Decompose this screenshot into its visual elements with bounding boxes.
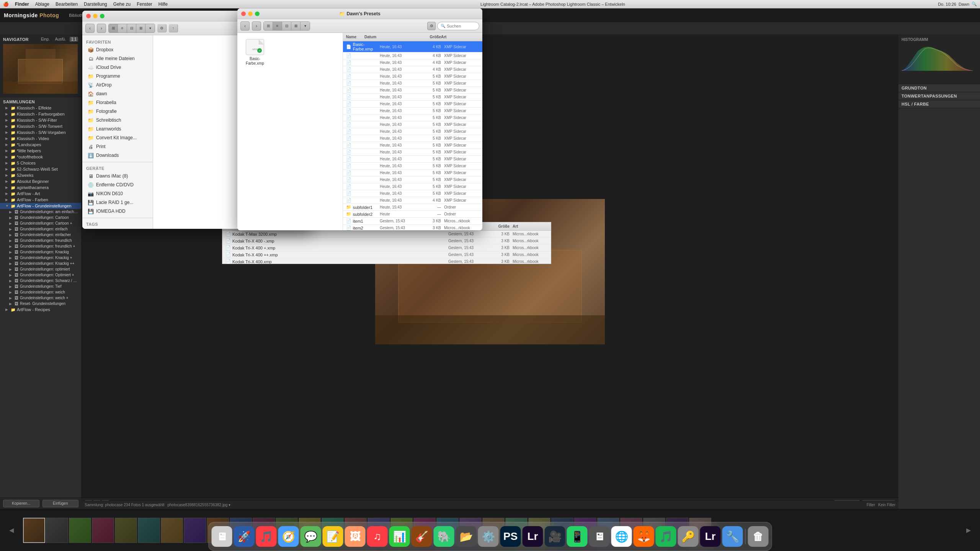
collection-item[interactable]: ▶🖼Grundeinstellungen: Knackig ++ [0, 261, 81, 266]
finder-column-view[interactable]: ⊟ [127, 24, 136, 33]
dawns-list-row[interactable]: 📁subfolder1Heute, 15:43—Ordner [343, 204, 482, 211]
finder-icon-view[interactable]: ⊞ [109, 24, 118, 33]
dawns-max-btn[interactable] [255, 11, 260, 16]
finder-favorite-item[interactable]: 📁Learnworlds [84, 125, 151, 133]
dock-icon-launchpad[interactable]: 🚀 [234, 526, 255, 547]
dawns-list-row[interactable]: 📄Heute, 16:435 KBXMP Sidecar [343, 94, 482, 101]
finder-sort-btn[interactable]: ▾ [145, 24, 155, 33]
ablage-menu[interactable]: Ablage [35, 2, 49, 7]
collection-item[interactable]: ▶🖼Grundeinstellungen: freundlich [0, 238, 81, 243]
finder-device-item[interactable]: 💾IOMEGA HDD [84, 207, 151, 215]
tonkurve-header[interactable]: Tonwertanpassungen [898, 92, 980, 100]
bearbeiten-menu[interactable]: Bearbeiten [56, 2, 78, 7]
dawns-list-row[interactable]: 📄Heute, 16:434 KBXMP Sidecar [343, 59, 482, 66]
finder-favorite-item[interactable]: 📦Dropbox [84, 46, 151, 54]
dawns-action-btn[interactable]: ⚙ [427, 22, 436, 30]
collection-item[interactable]: ▶📁Klassisch - S/W-Tonwert [0, 123, 81, 129]
finder-favorite-item[interactable]: 📡AirDrop [84, 81, 151, 89]
hilfe-menu[interactable]: Hilfe [158, 2, 168, 7]
collection-item[interactable]: ▶🖼Grundeinstellungen: Schwarz / Weiß [0, 278, 81, 284]
dock-icon-music[interactable]: 🎵 [256, 526, 277, 547]
zoom-einp[interactable]: Einp. [39, 37, 51, 42]
filmstrip-thumb[interactable] [184, 518, 206, 543]
dock-icon-messages[interactable]: 💬 [301, 526, 321, 547]
finder-device-item[interactable]: 💿Entfernte CD/DVD [84, 181, 151, 189]
collection-item[interactable]: ▶🖼Reset- Grundeinstellungen [0, 301, 81, 306]
dock-icon-lr2[interactable]: Lr [700, 526, 721, 547]
paste-button[interactable]: Einfügen [42, 500, 79, 507]
minimize-button[interactable] [93, 14, 98, 18]
dock-icon-finder[interactable]: 🖥 [212, 526, 232, 547]
dock-icon-numbers[interactable]: 📊 [389, 526, 410, 547]
finder-list-view[interactable]: ≡ [118, 24, 127, 33]
dock-icon-stickies[interactable]: 📝 [323, 526, 343, 547]
dawns-list-row[interactable]: 📄Heute, 16:435 KBXMP Sidecar [343, 73, 482, 80]
grundton-header[interactable]: Grundton [898, 84, 980, 92]
dawns-list-row[interactable]: 📄Basic- Farbe.xmpHeute, 16:434 KBXMP Sid… [343, 41, 482, 52]
dock-icon-itunes[interactable]: ♫ [367, 526, 388, 547]
dawns-cover-view[interactable]: ⊠ [291, 22, 301, 30]
dawns-column-view[interactable]: ⊟ [282, 22, 291, 30]
dawns-list-row[interactable]: 📄Heute, 16:435 KBXMP Sidecar [343, 135, 482, 142]
dawns-list-row[interactable]: 📄Heute, 16:435 KBXMP Sidecar [343, 176, 482, 183]
collection-item[interactable]: ▶📁Klassisch - Video [0, 135, 81, 142]
dock-icon-appleremote[interactable]: 🖥 [589, 526, 610, 547]
dock-icon-wirecast[interactable]: 🎥 [545, 526, 565, 547]
filmstrip-thumb[interactable] [23, 518, 45, 543]
dawns-list-row[interactable]: 📄Heute, 16:435 KBXMP Sidecar [343, 87, 482, 94]
dock-icon-ps[interactable]: PS [500, 526, 521, 547]
dawns-list-row[interactable]: 📄Heute, 16:434 KBXMP Sidecar [343, 197, 482, 204]
zoom-ausf[interactable]: Ausfü. [54, 37, 67, 42]
collection-item[interactable]: ▶🖼Grundeinstellungen: optimiert [0, 266, 81, 272]
collection-item[interactable]: ▶🖼Grundeinstellungen: Tief [0, 284, 81, 289]
finder-device-item[interactable]: 💾Lacie RAID 1 ge... [84, 198, 151, 207]
collection-item[interactable]: ▶🖼Grundeinstellungen: Knackig [0, 249, 81, 255]
finder-favorite-item[interactable]: 🗂Alle meine Dateien [84, 54, 151, 63]
maximize-button[interactable] [100, 14, 105, 18]
dawns-list-view[interactable]: ≡ [273, 22, 282, 30]
finder-action-btn[interactable]: ⚙ [157, 24, 167, 33]
finder-favorite-item[interactable]: 🏠dawn [84, 90, 151, 98]
finder-favorite-item[interactable]: 📁Programme [84, 72, 151, 80]
collection-item[interactable]: ▶📁Klassisch - S/W-Filter [0, 117, 81, 123]
collection-item[interactable]: ▶🖼Grundeinstellungen: am einfachsten [0, 209, 81, 215]
bottom-list-row[interactable]: 📄Kodak T-Max 3200.xmpGestern, 15:433 KBM… [222, 231, 551, 238]
collection-item[interactable]: ▶📁agiriwithacamera [0, 184, 81, 191]
collection-item[interactable]: ▶🖼Grundeinstellungen: Knackig + [0, 255, 81, 261]
collection-item[interactable]: ▶🖼Grundeinstellungen: Cartoon + [0, 220, 81, 226]
finder-device-item[interactable]: 🖥Dawns iMac (8) [84, 172, 151, 180]
dock-icon-prefs[interactable]: ⚙️ [478, 526, 499, 547]
collection-item[interactable]: ▶🖼Grundeinstellungen: einfacher [0, 232, 81, 238]
dock-icon-photos[interactable]: 🖼 [345, 526, 366, 547]
collection-item[interactable]: ▶📁ArtFlow - Art [0, 191, 81, 197]
finder-favorite-item[interactable]: ☁️iCloud Drive [84, 63, 151, 72]
dawns-forward-btn[interactable]: › [252, 21, 261, 31]
filmstrip-left[interactable]: ◀ [0, 509, 23, 551]
collection-item[interactable]: ▶📁*outofthebook [0, 154, 81, 160]
filmstrip-thumb[interactable] [161, 518, 183, 543]
copy-button[interactable]: Kopieren... [3, 500, 39, 507]
finder-device-item[interactable]: 📷NIKON D610 [84, 189, 151, 198]
collection-item[interactable]: ▶📁Klassisch - Farbvorgaben [0, 111, 81, 117]
filmstrip-right[interactable]: ▶ [957, 509, 980, 551]
finder-back-btn[interactable]: ‹ [85, 24, 95, 33]
finder-favorite-item[interactable]: 📁Convert Kit Image... [84, 134, 151, 142]
collection-item[interactable]: ▶🖼Grundeinstellungen: weich [0, 289, 81, 295]
collection-item[interactable]: ▶🖼Grundeinstellungen: freundlich + [0, 243, 81, 249]
finder-favorite-item[interactable]: 🖨Print [84, 142, 151, 151]
finder-favorite-item[interactable]: ⬇️Downloads [84, 151, 151, 160]
dawns-list-row[interactable]: 📄Heute, 16:435 KBXMP Sidecar [343, 142, 482, 149]
apple-menu[interactable]: 🍎 [3, 2, 9, 7]
dock-icon-lr[interactable]: Lr [523, 526, 543, 547]
filmstrip-thumb[interactable] [115, 518, 137, 543]
finder-share-btn[interactable]: ↑ [169, 24, 178, 33]
collection-item[interactable]: ▶📁ArtFlow - Recipes [0, 306, 81, 313]
dawns-list-row[interactable]: 📄Heute, 16:434 KBXMP Sidecar [343, 66, 482, 73]
filmstrip-thumb[interactable] [69, 518, 91, 543]
collection-item[interactable]: ▼📁ArtFlow - Grundeinstellungen [0, 203, 81, 209]
dawns-list-row[interactable]: 📄Heute, 16:435 KBXMP Sidecar [343, 101, 482, 108]
dawns-list-row[interactable]: 📄Heute, 16:435 KBXMP Sidecar [343, 149, 482, 156]
finder-cover-view[interactable]: ⊠ [136, 24, 145, 33]
collection-item[interactable]: ▶🖼Grundeinstellungen: Cartoon [0, 215, 81, 220]
dawns-search-input[interactable] [447, 24, 476, 28]
